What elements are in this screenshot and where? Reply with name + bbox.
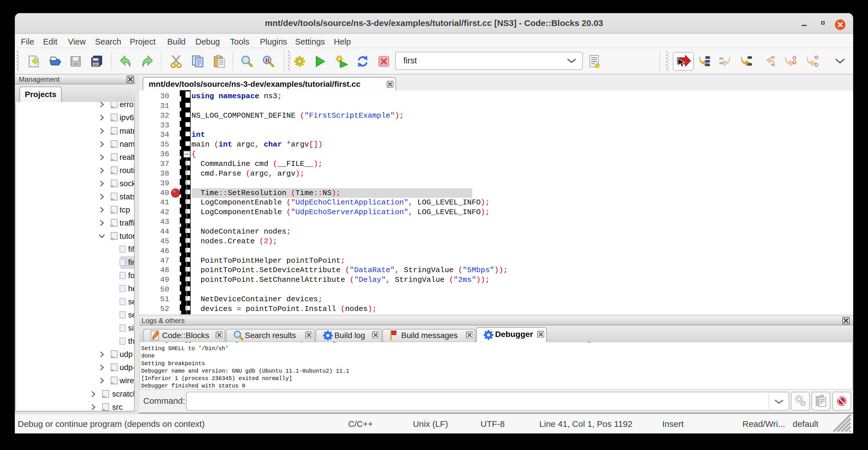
svg-text:R: R xyxy=(265,57,270,64)
